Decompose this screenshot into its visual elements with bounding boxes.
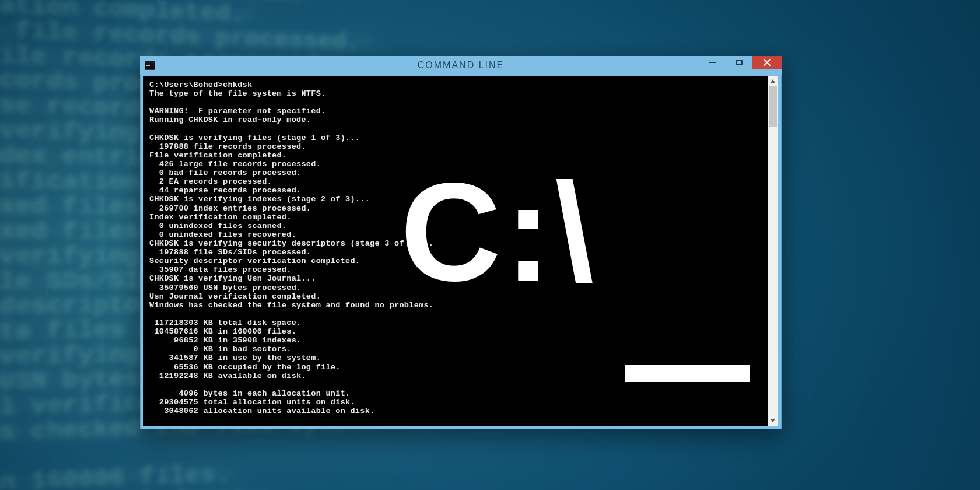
svg-marker-1 — [771, 419, 775, 422]
scroll-thumb[interactable] — [769, 86, 777, 127]
svg-marker-0 — [771, 79, 775, 83]
client-area: C:\Users\Bohed>chkdsk The type of the fi… — [144, 76, 778, 426]
window-controls — [699, 56, 782, 69]
chevron-up-icon — [770, 78, 776, 84]
window-title: COMMAND LINE — [140, 60, 782, 71]
scroll-down-button[interactable] — [768, 415, 778, 426]
maximize-button[interactable] — [726, 56, 752, 69]
close-button[interactable] — [752, 56, 782, 69]
minimize-button[interactable] — [699, 56, 726, 69]
close-icon — [763, 58, 771, 66]
vertical-scrollbar[interactable] — [768, 76, 778, 426]
terminal-output: C:\Users\Bohed>chkdsk The type of the fi… — [144, 76, 768, 420]
chevron-down-icon — [770, 418, 776, 424]
minimize-icon — [709, 62, 716, 63]
scroll-up-button[interactable] — [768, 76, 778, 86]
scroll-track[interactable] — [768, 86, 778, 415]
terminal-viewport[interactable]: C:\Users\Bohed>chkdsk The type of the fi… — [144, 76, 768, 426]
command-line-window: COMMAND LINE C:\Users\Bohed>chkdsk The t… — [140, 56, 782, 429]
titlebar[interactable]: COMMAND LINE — [140, 56, 782, 75]
maximize-icon — [736, 60, 743, 65]
